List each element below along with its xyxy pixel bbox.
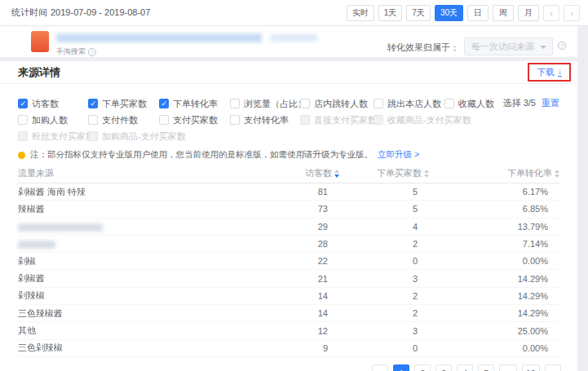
table-row: 三色辣椒酱 14 2 14.29% xyxy=(18,305,559,322)
col-header-buyers[interactable]: 下单买家数 xyxy=(339,167,429,179)
checkbox-icon[interactable] xyxy=(230,99,240,108)
rate-value: 14.29% xyxy=(429,308,559,318)
checkbox-icon[interactable] xyxy=(18,99,28,108)
notice-dot-icon xyxy=(18,152,25,159)
stat-time-label: 统计时间 xyxy=(11,7,47,17)
visitors-value: 14 xyxy=(258,291,339,301)
range-button[interactable]: 实时 xyxy=(347,5,374,21)
buyers-value: 3 xyxy=(339,274,429,284)
help-icon[interactable] xyxy=(558,42,566,50)
metric-label: 收藏人数 xyxy=(458,98,494,110)
page-button[interactable]: ‹ xyxy=(372,364,388,371)
range-button[interactable]: 30天 xyxy=(435,5,463,21)
range-button[interactable]: 1天 xyxy=(378,5,403,21)
page-button[interactable]: 2 xyxy=(414,364,431,371)
table-row: 剁椒酱 21 3 14.29% xyxy=(18,270,559,287)
metric-label: 直接支付买家数 xyxy=(314,114,377,126)
date-range-toolbar: 统计时间2019-07-09 - 2019-08-07 实时1天7天30天日周月… xyxy=(0,0,588,26)
col-header-visitors[interactable]: 访客数 xyxy=(258,167,339,179)
page-button[interactable]: 5 xyxy=(478,364,494,371)
metric-checkbox-item[interactable]: 跳出本店人数 xyxy=(374,98,444,110)
metric-label: 下单买家数 xyxy=(102,98,147,110)
table-header-row: 流量来源 访客数 下单买家数 下单转化率 xyxy=(18,164,559,183)
checkbox-icon[interactable] xyxy=(230,115,240,125)
metric-label: 粉丝支付买家数 xyxy=(32,130,95,143)
metric-checkbox-item[interactable]: 加购人数 xyxy=(18,114,88,126)
visitors-value: 73 xyxy=(258,204,339,214)
checkbox-icon[interactable] xyxy=(88,115,98,125)
sort-icon[interactable] xyxy=(555,170,559,178)
page-button[interactable]: 10 xyxy=(522,364,540,371)
metric-checkbox-item[interactable]: 支付转化率 xyxy=(230,114,300,126)
upgrade-link[interactable]: 立即升级 > xyxy=(378,149,419,161)
checkbox-icon[interactable] xyxy=(88,99,98,108)
selected-count: 选择 3/5 xyxy=(503,97,536,109)
checkbox-icon[interactable] xyxy=(159,99,169,108)
checkbox-icon[interactable] xyxy=(88,131,98,141)
range-button[interactable]: 7天 xyxy=(406,5,431,21)
checkbox-icon[interactable] xyxy=(300,115,310,125)
store-name-redacted xyxy=(56,33,317,42)
metric-label: 加购商品-支付买家数 xyxy=(102,130,186,143)
metric-checkbox-item[interactable]: 下单转化率 xyxy=(159,98,230,110)
checkbox-icon[interactable] xyxy=(374,99,383,108)
buyers-value: 5 xyxy=(339,187,429,197)
metric-checkbox-item[interactable]: 支付件数 xyxy=(88,114,159,126)
source-name: 三色剁辣椒 xyxy=(18,342,63,352)
rate-value: 14.29% xyxy=(429,274,559,284)
page-button[interactable]: 1 xyxy=(393,364,409,371)
visitors-value: 29 xyxy=(258,222,339,232)
metric-checkbox-item[interactable]: 店内跳转人数 xyxy=(300,98,374,110)
range-button[interactable]: 日 xyxy=(467,5,489,21)
metric-selector: 访客数 下单买家数 下单转化率 xyxy=(0,84,577,144)
checkbox-icon[interactable] xyxy=(18,115,28,125)
download-annotation-box: 下载 ↓ xyxy=(528,63,571,82)
col-header-rate[interactable]: 下单转化率 xyxy=(429,167,559,179)
traffic-source-name: 手淘搜索 xyxy=(56,46,86,57)
checkbox-icon[interactable] xyxy=(444,99,454,108)
checkbox-icon[interactable] xyxy=(159,115,169,125)
download-icon: ↓ xyxy=(558,68,562,77)
attribution-selected-value: 每一次访问来源 xyxy=(471,41,534,53)
metric-checkbox-item[interactable]: 支付买家数 xyxy=(159,114,230,126)
metric-row-1: 访客数 下单买家数 下单转化率 xyxy=(18,95,559,112)
visitors-value: 28 xyxy=(258,239,339,249)
table-body: 剁椒酱 海南 特辣 81 5 6.17% 辣椒酱 xyxy=(18,183,559,357)
traffic-source-table: 流量来源 访客数 下单买家数 下单转化率 xyxy=(0,164,577,357)
metric-checkbox-item[interactable]: 加购商品-支付买家数 xyxy=(88,130,159,143)
metric-checkbox-item[interactable]: 粉丝支付买家数 xyxy=(18,130,88,143)
checkbox-icon[interactable] xyxy=(374,115,383,125)
table-row: 29 4 13.79% xyxy=(18,219,559,236)
range-button[interactable]: 月 xyxy=(518,5,539,21)
metric-checkbox-item[interactable]: 收藏商品-支付买家数 xyxy=(374,114,444,126)
visitors-value: 14 xyxy=(258,308,339,318)
visitors-value: 22 xyxy=(258,256,339,266)
metric-checkbox-item[interactable]: 下单买家数 xyxy=(88,98,159,110)
metric-label: 下单转化率 xyxy=(173,98,218,110)
page-button[interactable]: 4 xyxy=(457,364,473,371)
metric-checkbox-item[interactable]: 访客数 xyxy=(18,98,88,110)
pagination: ‹12345•••10› xyxy=(0,357,577,371)
table-row: 28 2 7.14% xyxy=(18,236,559,253)
next-period-button[interactable]: › xyxy=(564,5,580,21)
page-button[interactable]: ••• xyxy=(499,364,517,371)
prev-period-button[interactable]: ‹ xyxy=(543,5,559,21)
checkbox-icon[interactable] xyxy=(18,131,28,141)
table-row: 三色剁辣椒 9 0 0.00% xyxy=(18,340,559,357)
source-name: 剁辣椒 xyxy=(18,290,45,300)
analytics-page: 统计时间2019-07-09 - 2019-08-07 实时1天7天30天日周月… xyxy=(0,0,588,371)
page-button[interactable]: › xyxy=(545,364,561,371)
range-button[interactable]: 周 xyxy=(493,5,514,21)
page-button[interactable]: 3 xyxy=(435,364,452,371)
source-name: 剁椒酱 xyxy=(18,273,45,283)
visitors-value: 21 xyxy=(258,274,339,284)
attribution-select[interactable]: 每一次访问来源 xyxy=(464,38,553,55)
attribution-label: 转化效果归属于： xyxy=(387,42,459,54)
metric-checkbox-item[interactable]: 直接支付买家数 xyxy=(300,114,374,126)
reset-link[interactable]: 重置 xyxy=(542,97,559,109)
info-icon[interactable] xyxy=(88,48,96,56)
rate-value: 7.14% xyxy=(429,239,559,249)
download-button[interactable]: 下载 xyxy=(537,66,555,78)
checkbox-icon[interactable] xyxy=(300,99,310,108)
metric-checkbox-item[interactable]: 浏览量（占比） xyxy=(230,98,300,110)
